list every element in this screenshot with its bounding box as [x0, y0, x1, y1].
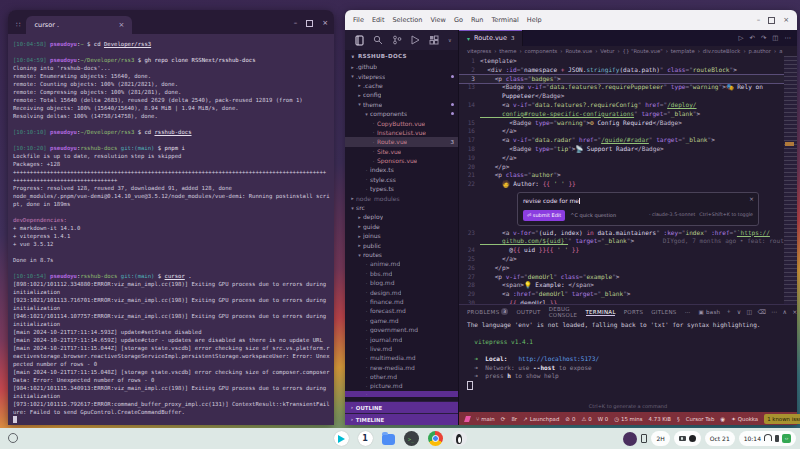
menu-terminal[interactable]: Terminal [491, 16, 518, 24]
status-0[interactable]: ⚠0 [581, 416, 591, 422]
terminal-minimize-button[interactable]: – [294, 19, 298, 27]
tree-item-government-md[interactable]: ·government.md [345, 325, 458, 334]
panel-tab--[interactable]: ⋯ [685, 309, 691, 315]
screen-capture-pill[interactable] [674, 431, 701, 446]
tree-item-other-md[interactable]: ·other.md [345, 372, 458, 381]
forward-icon[interactable]: ↷ [761, 34, 766, 42]
ai-inline-edit-popup[interactable]: ×revise code for me⏎ submit Edit^C quick… [517, 192, 759, 226]
menu-help[interactable]: Help [527, 16, 542, 24]
tree-item-anime-md[interactable]: ·anime.md [345, 259, 458, 268]
breadcrumb-item[interactable]: a [779, 48, 782, 54]
tree-item-instancelist-vue[interactable]: ·InstanceList.vue [345, 128, 458, 137]
chevron-down-icon[interactable]: ∨ [448, 37, 452, 43]
status-face[interactable]: ◉ [720, 416, 725, 422]
menu-run[interactable]: Run [471, 16, 483, 24]
tree-item-sponsors-vue[interactable]: ·Sponsors.vue [345, 156, 458, 165]
terminal-icon[interactable]: >_ [404, 431, 419, 446]
back-icon[interactable]: ↶ [749, 34, 754, 42]
menu-file[interactable]: File [353, 16, 364, 24]
status-4-73-kib[interactable]: 4.73 KiB [649, 416, 671, 422]
system-tray[interactable]: 10:14 ‹› [739, 431, 796, 446]
tree-item-multimedia-md[interactable]: ·multimedia.md [345, 353, 458, 362]
split-editor-icon[interactable]: ◫ [772, 34, 778, 42]
close-panel-icon[interactable]: × [792, 308, 797, 315]
tree-item-forecast-md[interactable]: ·forecast.md [345, 306, 458, 315]
tree-item-node_modules[interactable]: ▸node_modules [345, 193, 458, 202]
split-terminal-icon[interactable]: ◫ [746, 308, 752, 315]
tree-item-route-vue[interactable]: ·Route.vue3 [345, 137, 458, 146]
chrome-icon[interactable] [428, 431, 443, 446]
tree-item-finance-md[interactable]: ·finance.md [345, 297, 458, 306]
phone-battery-pill[interactable]: 2H [651, 431, 669, 446]
date-pill[interactable]: Oct 21 [705, 431, 735, 446]
breadcrumb[interactable]: vitepress›theme›components›Route.vue›Vet… [459, 46, 797, 56]
tree-item-bbs-md[interactable]: ·bbs.md [345, 269, 458, 278]
status-quokka[interactable]: ✦Quokka [731, 416, 758, 422]
terminal-dropdown-icon[interactable]: ∨ [737, 308, 742, 315]
status-sync[interactable]: ⟳ [501, 416, 506, 422]
new-terminal-icon[interactable]: ＋ [725, 307, 731, 316]
tree-item-config[interactable]: ▸config [345, 90, 458, 99]
tree-item-joinus[interactable]: ▸joinus [345, 231, 458, 240]
integrated-terminal[interactable]: The language 'env' is not loaded, fallin… [459, 318, 797, 403]
launcher-button[interactable] [8, 433, 18, 443]
tree-item-style-css[interactable]: ·style.css [345, 175, 458, 184]
vscode-minimize-button[interactable]: – [757, 16, 761, 24]
play-store-icon[interactable] [334, 431, 349, 446]
breadcrumb-item[interactable]: theme [499, 48, 516, 54]
breadcrumb-item[interactable]: components [525, 48, 558, 54]
menu-selection[interactable]: Selection [392, 16, 422, 24]
more-actions-icon[interactable]: ⋯ [785, 34, 792, 42]
panel-tab-debug-console[interactable]: DEBUG CONSOLE [549, 306, 578, 318]
phone-hub-avatar[interactable] [623, 432, 637, 446]
terminal-output[interactable]: [10:04:58] pseudoyu:~ $ cd Developer/rss… [8, 34, 334, 430]
tree-item--github[interactable]: ▸.github [345, 62, 458, 71]
tree-item-guide[interactable]: ▸guide [345, 222, 458, 231]
status-8r[interactable]: 8r [511, 416, 517, 422]
panel-tab-problems[interactable]: PROBLEMS3 [467, 308, 508, 315]
tree-item-src[interactable]: ▾src [345, 203, 458, 212]
tree-item-new-media-md[interactable]: ·new-media.md [345, 363, 458, 372]
status-w-0[interactable]: W 0 [598, 416, 608, 422]
tree-item-deploy[interactable]: ▸deploy [345, 212, 458, 221]
terminal-tab-close-icon[interactable]: × [119, 21, 125, 29]
tree-item-types-ts[interactable]: ·types.ts [345, 184, 458, 193]
files-icon[interactable] [382, 434, 395, 445]
linux-penguin-icon[interactable] [452, 431, 467, 446]
submit-edit-button[interactable]: ⏎ submit Edit [523, 210, 565, 221]
tree-item-game-md[interactable]: ·game.md [345, 316, 458, 325]
tab-route-vue[interactable]: ▾ Route.vue 3 [459, 30, 523, 46]
vscode-close-button[interactable]: × [783, 16, 789, 24]
status--[interactable]: § [677, 416, 680, 422]
tree-item-components[interactable]: ▾components [345, 109, 458, 118]
chevron-down-icon[interactable]: ∨ [351, 54, 355, 59]
tree-item-copybutton-vue[interactable]: ·CopyButton.vue [345, 118, 458, 127]
shell-selector[interactable]: ▣bash [698, 309, 720, 315]
status-launchpad[interactable]: ↗Launchpad [523, 416, 559, 422]
explorer-icon[interactable] [355, 35, 364, 46]
kill-terminal-icon[interactable]: ⌫ [757, 308, 766, 315]
extensions-icon[interactable] [429, 35, 439, 45]
menu-view[interactable]: View [430, 16, 445, 24]
breadcrumb-item[interactable]: div.routeBlock [703, 48, 741, 54]
breadcrumb-item[interactable]: vitepress [467, 48, 491, 54]
timeline-section[interactable]: › TIMELINE [345, 413, 458, 425]
menu-go[interactable]: Go [454, 16, 463, 24]
vscode-maximize-button[interactable] [768, 17, 775, 24]
status-1-known-issue[interactable]: 1 known issue [764, 414, 800, 424]
tree-item-live-md[interactable]: ·live.md [345, 344, 458, 353]
status-cursor-tab[interactable]: Cursor Tab [686, 416, 715, 422]
breadcrumb-item[interactable]: Route.vue [565, 48, 592, 54]
status-0[interactable]: ⊘0 [565, 416, 575, 422]
terminal-close-button[interactable]: × [322, 19, 328, 27]
breadcrumb-item[interactable]: {} "Route.vue" [623, 48, 663, 54]
tree-item-public[interactable]: ▸public [345, 240, 458, 249]
tree-item-blog-md[interactable]: ·blog.md [345, 278, 458, 287]
tree-item-routes[interactable]: ▾routes [345, 250, 458, 259]
1password-icon[interactable]: 1 [358, 431, 373, 446]
record-icon[interactable] [689, 435, 696, 442]
tree-item-index-ts[interactable]: ·index.ts [345, 165, 458, 174]
terminal-menu-icon[interactable]: ∷ [16, 21, 20, 29]
status-15-mins[interactable]: ◷15 mins [614, 416, 642, 422]
run-debug-icon[interactable] [411, 35, 420, 45]
